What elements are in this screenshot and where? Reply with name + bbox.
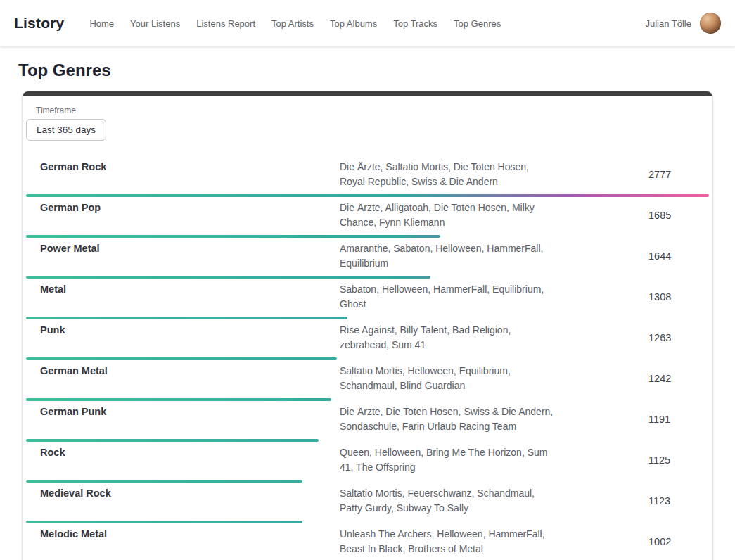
top-genres-card: Timeframe Last 365 days German Rock Die …: [23, 91, 712, 560]
genre-count: 1191: [648, 414, 695, 425]
genre-count: 1263: [648, 332, 695, 343]
genre-list: German Rock Die Ärzte, Saltatio Mortis, …: [26, 156, 709, 560]
genre-name: Rock: [40, 445, 340, 458]
genre-row: Melodic Metal Unleash The Archers, Hello…: [26, 523, 709, 560]
page-title: Top Genres: [18, 61, 735, 80]
user-avatar[interactable]: [700, 13, 721, 34]
user-menu[interactable]: Julian Tölle: [645, 13, 721, 34]
genre-name: German Rock: [40, 160, 340, 172]
genre-row: Medieval Rock Saltatio Mortis, Feuerschw…: [26, 483, 709, 523]
nav-item-top-genres[interactable]: Top Genres: [454, 18, 501, 29]
timeframe-select[interactable]: Last 365 days: [26, 119, 106, 141]
main-content: Top Genres Timeframe Last 365 days Germa…: [0, 61, 735, 560]
genre-row: Punk Rise Against, Billy Talent, Bad Rel…: [26, 319, 709, 360]
genre-artists: Sabaton, Helloween, HammerFall, Equilibr…: [340, 282, 554, 312]
genre-artists: Die Ärzte, Alligatoah, Die Toten Hosen, …: [340, 201, 554, 230]
genre-count: 1002: [648, 536, 695, 547]
timeframe-label: Timeframe: [36, 106, 709, 115]
genre-count: 1308: [648, 291, 695, 303]
genre-count: 2777: [648, 169, 695, 180]
genre-row: German Metal Saltatio Mortis, Helloween,…: [26, 360, 709, 401]
card-body: Timeframe Last 365 days German Rock Die …: [23, 96, 712, 560]
genre-artists: Amaranthe, Sabaton, Helloween, HammerFal…: [340, 241, 554, 271]
genre-count: 1685: [648, 210, 695, 221]
genre-artists: Die Ärzte, Die Toten Hosen, Swiss & Die …: [340, 405, 554, 434]
genre-row: Metal Sabaton, Helloween, HammerFall, Eq…: [26, 279, 709, 319]
genre-row: Rock Queen, Helloween, Bring Me The Hori…: [26, 442, 709, 483]
genre-artists: Rise Against, Billy Talent, Bad Religion…: [340, 323, 554, 352]
nav-item-your-listens[interactable]: Your Listens: [130, 18, 180, 29]
genre-row: German Rock Die Ärzte, Saltatio Mortis, …: [26, 156, 709, 197]
genre-artists: Queen, Helloween, Bring Me The Horizon, …: [340, 445, 554, 475]
nav-item-top-artists[interactable]: Top Artists: [271, 18, 314, 29]
genre-name: Punk: [40, 323, 340, 336]
genre-artists: Saltatio Mortis, Feuerschwanz, Schandmau…: [340, 486, 554, 516]
genre-name: German Punk: [40, 405, 340, 417]
genre-name: German Metal: [40, 364, 340, 376]
genre-artists: Unleash The Archers, Helloween, HammerFa…: [340, 527, 554, 556]
nav-item-top-albums[interactable]: Top Albums: [330, 18, 377, 29]
genre-name: Power Metal: [40, 241, 340, 254]
app-logo[interactable]: Listory: [14, 15, 64, 32]
main-nav: HomeYour ListensListens ReportTop Artist…: [89, 18, 501, 29]
user-name: Julian Tölle: [645, 18, 691, 29]
nav-item-home[interactable]: Home: [89, 18, 114, 29]
genre-count: 1242: [648, 373, 695, 384]
genre-row: Power Metal Amaranthe, Sabaton, Hellowee…: [26, 238, 709, 279]
genre-count: 1123: [648, 495, 695, 507]
genre-row: German Punk Die Ärzte, Die Toten Hosen, …: [26, 401, 709, 442]
genre-count: 1125: [648, 454, 695, 466]
genre-artists: Saltatio Mortis, Helloween, Equilibrium,…: [340, 364, 554, 393]
genre-artists: Die Ärzte, Saltatio Mortis, Die Toten Ho…: [340, 160, 554, 189]
genre-name: Melodic Metal: [40, 527, 340, 540]
genre-row: German Pop Die Ärzte, Alligatoah, Die To…: [26, 197, 709, 238]
genre-name: Metal: [40, 282, 340, 295]
genre-name: German Pop: [40, 201, 340, 213]
app-header: Listory HomeYour ListensListens ReportTo…: [0, 0, 735, 46]
nav-item-top-tracks[interactable]: Top Tracks: [393, 18, 437, 29]
nav-item-listens-report[interactable]: Listens Report: [196, 18, 255, 29]
genre-name: Medieval Rock: [40, 486, 340, 499]
genre-count: 1644: [648, 250, 695, 262]
